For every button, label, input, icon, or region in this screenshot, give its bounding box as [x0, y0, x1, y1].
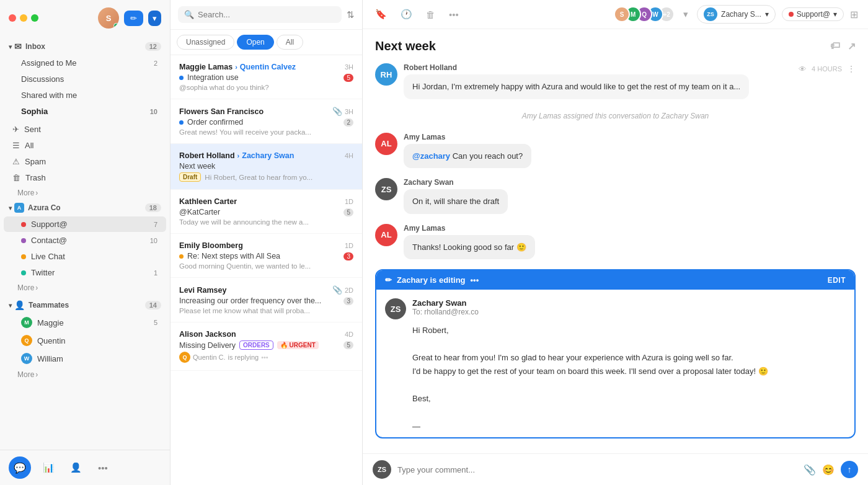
maggie-count: 5: [154, 319, 157, 326]
message-row: RH Robert Holland 👁 4 HOURS ⋮ Hi Jordan,…: [375, 63, 856, 99]
conversation-item[interactable]: Flowers San Francisco 📎 3H Order confirm…: [170, 99, 362, 144]
quentin-label: Quentin: [37, 336, 66, 345]
comment-icons: 📎 😊 ↑: [804, 461, 858, 478]
more-chevron-1: ›: [35, 189, 38, 197]
share-icon[interactable]: ↗: [848, 40, 856, 52]
emoji-icon[interactable]: 😊: [822, 464, 835, 476]
main-header-right: S M Q W +2 ▾ ZS Zachary S... ▾ Support@ …: [614, 5, 858, 24]
compose-dropdown-button[interactable]: ▾: [148, 11, 161, 26]
conversation-item[interactable]: Kathleen Carter 1D @KatCarter 5 Today we…: [170, 190, 362, 234]
bookmark-icon[interactable]: 🔖: [373, 6, 389, 22]
edit-draft-body: ZS Zachary Swan To: rholland@rex.co Hi R…: [376, 290, 854, 438]
send-button[interactable]: ↑: [841, 461, 858, 478]
more-header-icon[interactable]: •••: [446, 7, 461, 22]
sophia-label: Sophia: [21, 107, 48, 116]
sidebar-item-spam[interactable]: ⚠ Spam: [4, 154, 166, 169]
sidebar-item-discussions[interactable]: Discussions: [4, 71, 166, 87]
orders-badge: ORDERS: [239, 340, 273, 350]
tag-icon[interactable]: 🏷: [830, 40, 840, 52]
conv-sender: Alison Jackson: [179, 330, 236, 339]
support-label: Support@: [31, 220, 68, 229]
filter-unassigned[interactable]: Unassigned: [177, 35, 234, 50]
more-msg-icon[interactable]: ⋮: [847, 64, 856, 74]
sidebar-item-twitter[interactable]: Twitter 1: [4, 265, 166, 280]
avatar-group-chevron[interactable]: ▾: [681, 6, 691, 22]
grid-icon[interactable]: ⊞: [850, 9, 858, 20]
more-button-2[interactable]: More ›: [0, 281, 170, 295]
more-button-3[interactable]: More ›: [0, 368, 170, 381]
more-icon[interactable]: •••: [93, 458, 113, 478]
comment-input[interactable]: [397, 465, 797, 474]
contact-label: Contact@: [31, 236, 67, 245]
assignee-avatar: ZS: [704, 7, 717, 21]
filter-open[interactable]: Open: [237, 35, 273, 50]
search-box[interactable]: 🔍: [178, 6, 342, 23]
window-controls: [9, 14, 38, 22]
contacts-icon[interactable]: 👤: [66, 458, 86, 478]
minimize-button[interactable]: [20, 14, 27, 22]
system-message: Amy Lamas assigned this conversation to …: [375, 109, 856, 123]
edit-button[interactable]: EDIT: [828, 276, 846, 285]
user-avatar[interactable]: S: [98, 7, 119, 29]
sidebar-item-quentin[interactable]: Q Quentin: [4, 332, 166, 349]
assignee-button[interactable]: ZS Zachary S... ▾: [697, 5, 776, 24]
sort-icon[interactable]: ⇅: [347, 9, 355, 20]
teammates-section-header[interactable]: ▾ 👤 Teammates 14: [0, 297, 170, 313]
conversation-item[interactable]: Maggie Lamas › Quentin Calvez 3H Integra…: [170, 55, 362, 99]
edit-icon: ✏: [385, 275, 392, 285]
trash-header-icon[interactable]: 🗑: [423, 7, 438, 22]
sidebar-item-assigned-to-me[interactable]: Assigned to Me 2: [4, 55, 166, 71]
chart-icon[interactable]: 📊: [38, 458, 58, 478]
arrow-icon: ›: [237, 152, 240, 159]
filter-all[interactable]: All: [277, 35, 303, 50]
conv-time: 1D: [345, 242, 353, 249]
clock-icon[interactable]: 🕐: [398, 6, 415, 22]
sidebar-item-william[interactable]: W William: [4, 350, 166, 367]
conv-count: 5: [343, 74, 353, 82]
more-label-3: More: [17, 370, 34, 379]
conv-preview: Q Quentin C. is replying •••: [179, 352, 353, 363]
teammates-section: ▾ 👤 Teammates 14 M Maggie 5 Q Quentin W …: [0, 297, 170, 381]
conversation-item-active[interactable]: Robert Holland › Zachary Swan 4H Next we…: [170, 144, 362, 190]
sidebar-item-sent[interactable]: ✈ Sent: [4, 122, 166, 137]
conv-preview: @sophia what do you think?: [179, 84, 353, 91]
chat-icon[interactable]: 💬: [9, 456, 31, 479]
sidebar-item-all[interactable]: ☰ All: [4, 138, 166, 153]
sidebar-item-trash[interactable]: 🗑 Trash: [4, 170, 166, 185]
sidebar-header: S ✏ ▾: [0, 0, 170, 36]
maximize-button[interactable]: [31, 14, 38, 22]
conv-subject: Missing Delivery ORDERS 🔥 URGENT 5: [179, 340, 353, 350]
sidebar-item-sophia[interactable]: Sophia 10: [4, 104, 166, 119]
close-button[interactable]: [9, 14, 16, 22]
search-input[interactable]: [198, 10, 335, 19]
message-row: AL Amy Lamas @zachary Can you reach out?: [375, 133, 856, 169]
edit-draft: ✏ Zachary is editing ••• EDIT ZS Zachary…: [375, 269, 856, 438]
conv-preview: Today we will be announcing the new a...: [179, 218, 353, 226]
sophia-count: 10: [150, 108, 157, 115]
message-avatar: RH: [375, 63, 397, 86]
trash-label: Trash: [25, 173, 46, 182]
more-button-1[interactable]: More ›: [0, 186, 170, 200]
azura-initial: A: [14, 203, 24, 213]
conversation-item[interactable]: Emily Bloomberg 1D Re: Next steps with A…: [170, 234, 362, 278]
sidebar-item-shared-with-me[interactable]: Shared with me: [4, 87, 166, 103]
attach-icon[interactable]: 📎: [804, 464, 816, 476]
conv-count: 3: [343, 297, 353, 305]
compose-button[interactable]: ✏: [124, 11, 143, 26]
inbox-section-header[interactable]: ▾ ✉ Inbox 12: [0, 38, 170, 55]
azura-section-header[interactable]: ▾ A Azura Co 18: [0, 200, 170, 216]
sidebar-item-maggie[interactable]: M Maggie 5: [4, 314, 166, 331]
sidebar-item-support[interactable]: Support@ 7: [4, 216, 166, 232]
conv-subject: @KatCarter 5: [179, 208, 353, 216]
conversation-item[interactable]: Levi Ramsey 📎 2D Increasing our order fr…: [170, 278, 362, 323]
status-button[interactable]: Support@ ▾: [782, 7, 844, 21]
sidebar-item-contact[interactable]: Contact@ 10: [4, 233, 166, 248]
support-dot: [21, 222, 26, 227]
conversation-item[interactable]: Alison Jackson 4D Missing Delivery ORDER…: [170, 323, 362, 371]
conv-preview: Great news! You will receive your packa.…: [179, 128, 353, 136]
teammates-label: Teammates: [29, 301, 69, 309]
unread-dot: [179, 120, 184, 125]
trash-icon: 🗑: [12, 173, 20, 182]
message-content: Amy Lamas @zachary Can you reach out?: [404, 133, 856, 169]
sidebar-item-livechat[interactable]: Live Chat: [4, 249, 166, 264]
